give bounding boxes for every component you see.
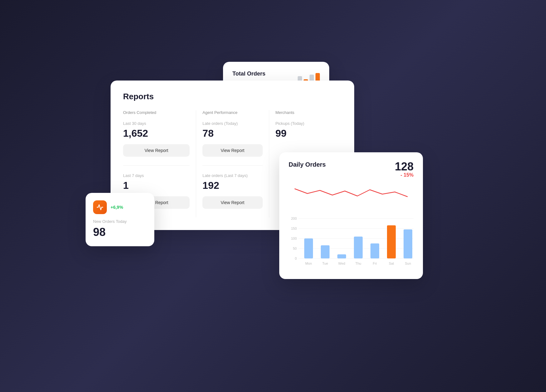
new-orders-icon bbox=[93, 200, 107, 214]
agent-late-today-value: 78 bbox=[202, 128, 262, 139]
svg-text:Tue: Tue bbox=[322, 262, 328, 265]
agent-performance-col: Agent Performance Late orders (Today) 78… bbox=[196, 110, 269, 218]
orders-completed-label: Orders Completed bbox=[123, 110, 190, 115]
svg-rect-10 bbox=[304, 238, 313, 258]
total-orders-label: Total Orders bbox=[232, 71, 266, 77]
agent-late-7days-value: 192 bbox=[202, 180, 262, 191]
daily-orders-value: 128 bbox=[395, 161, 414, 172]
reports-title: Reports bbox=[123, 92, 342, 101]
new-orders-label: New Orders Today bbox=[93, 219, 147, 224]
new-orders-header: +6,9% bbox=[93, 200, 147, 214]
pickups-today-value: 99 bbox=[275, 128, 335, 139]
new-orders-card: +6,9% New Orders Today 98 bbox=[86, 193, 154, 246]
agent-late-7days-sublabel: Late orders (Last 7 days) bbox=[202, 173, 262, 178]
daily-orders-header: Daily Orders 128 - 15% bbox=[289, 161, 414, 178]
svg-text:Wed: Wed bbox=[338, 262, 345, 265]
svg-rect-15 bbox=[387, 225, 396, 258]
daily-orders-change: - 15% bbox=[395, 172, 414, 178]
svg-rect-13 bbox=[354, 237, 363, 258]
svg-text:Mon: Mon bbox=[305, 262, 312, 265]
new-orders-value: 98 bbox=[93, 226, 147, 239]
svg-text:150: 150 bbox=[291, 227, 297, 230]
agent-late-today-sublabel: Late orders (Today) bbox=[202, 121, 262, 126]
svg-text:50: 50 bbox=[293, 247, 297, 250]
svg-text:Sun: Sun bbox=[405, 262, 411, 265]
svg-text:0: 0 bbox=[295, 257, 297, 260]
agent-late-today: Late orders (Today) 78 View Report bbox=[202, 121, 262, 157]
svg-rect-11 bbox=[321, 245, 330, 258]
merchants-label: Merchants bbox=[275, 110, 335, 115]
daily-orders-card: Daily Orders 128 - 15% 200 1 bbox=[279, 152, 423, 279]
agent-late-7days: Late orders (Last 7 days) 192 View Repor… bbox=[202, 173, 262, 209]
daily-orders-stats: 128 - 15% bbox=[395, 161, 414, 178]
svg-text:200: 200 bbox=[291, 217, 297, 220]
svg-text:Sat: Sat bbox=[389, 262, 394, 265]
orders-7days-value: 1 bbox=[123, 180, 190, 191]
view-report-orders-30days[interactable]: View Report bbox=[123, 144, 190, 157]
merchants-pickups-today: Pickups (Today) 99 bbox=[275, 121, 335, 139]
sparkline-area bbox=[289, 184, 414, 203]
sparkline-svg bbox=[289, 184, 414, 203]
svg-rect-14 bbox=[370, 243, 379, 258]
orders-completed-30days: Last 30 days 1,652 View Report bbox=[123, 121, 190, 157]
bar-chart-svg: 200 150 100 50 0 bbox=[289, 215, 414, 278]
agent-performance-label: Agent Performance bbox=[202, 110, 262, 115]
svg-text:Fri: Fri bbox=[373, 262, 377, 265]
svg-rect-16 bbox=[404, 229, 412, 258]
daily-orders-title: Daily Orders bbox=[289, 161, 326, 168]
svg-rect-12 bbox=[337, 254, 346, 258]
view-report-agent-today[interactable]: View Report bbox=[202, 144, 262, 157]
view-report-agent-7days[interactable]: View Report bbox=[202, 196, 262, 209]
pickups-today-sublabel: Pickups (Today) bbox=[275, 121, 335, 126]
svg-text:Thu: Thu bbox=[355, 262, 361, 265]
orders-7days-sublabel: Last 7 days bbox=[123, 173, 190, 178]
new-orders-percent: +6,9% bbox=[111, 205, 123, 210]
svg-text:100: 100 bbox=[291, 237, 297, 240]
bar-chart-area: 200 150 100 50 0 bbox=[289, 209, 414, 272]
orders-30days-sublabel: Last 30 days bbox=[123, 121, 190, 126]
orders-30days-value: 1,652 bbox=[123, 128, 190, 139]
